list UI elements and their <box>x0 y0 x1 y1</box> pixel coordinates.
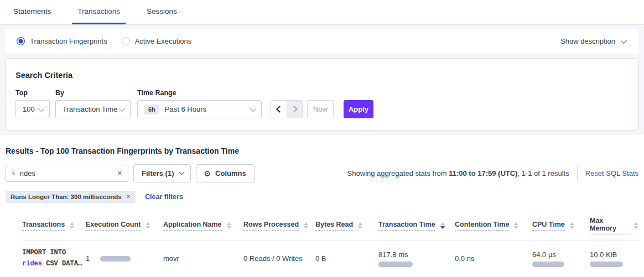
time-shift-buttons <box>271 100 303 118</box>
radio-selected-icon[interactable] <box>17 37 25 45</box>
sort-icon[interactable] <box>634 222 638 229</box>
time-range-label: Time Range <box>137 89 262 97</box>
time-range-group: Time Range 6h Past 6 Hours <box>137 89 262 118</box>
view-toggle-card: Transaction Fingerprints Active Executio… <box>6 29 638 54</box>
radio-label: Active Executions <box>135 37 192 45</box>
stats-text: Showing aggregated stats from 11:00 to 1… <box>347 169 569 177</box>
results-search-box[interactable]: ✕ <box>6 165 128 182</box>
tab-statements[interactable]: Statements <box>8 0 56 24</box>
filter-chip-label: Runs Longer Than: 300 milliseconds <box>11 194 122 200</box>
by-select-value: Transaction Time <box>63 105 117 113</box>
cell-bytes-read: 0 B <box>315 254 378 263</box>
apply-button[interactable]: Apply <box>344 100 373 118</box>
next-time-button[interactable] <box>287 101 302 118</box>
transaction-link[interactable]: rides <box>22 260 42 268</box>
cell-contention-time: 0.0 ns <box>455 254 532 263</box>
top-select[interactable]: 100 <box>15 100 50 118</box>
time-range-value: Past 6 Hours <box>165 105 206 113</box>
sort-icon[interactable] <box>304 222 308 229</box>
radio-active-executions[interactable]: Active Executions <box>122 37 192 45</box>
search-criteria-card: Search Criteria Top 100 By Transaction T… <box>6 58 638 130</box>
reset-sql-stats-link[interactable]: Reset SQL Stats <box>585 169 638 177</box>
results-table: Transactions Execution Count Application… <box>6 212 638 277</box>
radio-unselected-icon[interactable] <box>122 37 130 45</box>
stats-summary: Showing aggregated stats from 11:00 to 1… <box>347 166 638 181</box>
active-filters-row: Runs Longer Than: 300 milliseconds ✕ Cle… <box>6 191 638 203</box>
columns-button-label: Columns <box>215 169 246 177</box>
cell-max-memory: 10.0 KiB <box>590 250 638 267</box>
chevron-down-icon <box>119 105 125 111</box>
gear-icon: ⚙ <box>204 169 211 178</box>
columns-button[interactable]: ⚙ Columns <box>196 164 255 182</box>
clear-search-icon[interactable]: ✕ <box>117 170 122 176</box>
remove-filter-icon[interactable]: ✕ <box>126 194 131 200</box>
show-description-toggle[interactable]: Show description <box>560 37 625 45</box>
sort-icon[interactable] <box>146 222 150 229</box>
search-criteria-controls: Top 100 By Transaction Time Time Range 6… <box>15 89 629 118</box>
cell-application-name: movr <box>163 254 243 263</box>
chevron-down-icon <box>179 169 184 175</box>
results-heading: Results - Top 100 Transaction Fingerprin… <box>6 135 638 155</box>
chevron-down-icon <box>38 105 44 111</box>
top-label: Top <box>15 89 50 97</box>
radio-transaction-fingerprints[interactable]: Transaction Fingerprints <box>17 37 107 45</box>
results-toolbar: ✕ Filters (1) ⚙ Columns Showing aggregat… <box>6 164 638 182</box>
tab-transactions[interactable]: Transactions <box>72 0 126 24</box>
by-group: By Transaction Time <box>55 89 131 118</box>
top-select-value: 100 <box>23 105 35 113</box>
filters-strip: Transaction Fingerprints Active Executio… <box>0 25 644 135</box>
sort-icon[interactable] <box>514 222 518 229</box>
cell-rows-processed: 0 Reads / 0 Writes <box>243 254 315 263</box>
filters-button[interactable]: Filters (1) <box>133 164 191 182</box>
column-header-cpu-time[interactable]: CPU Time <box>532 217 590 234</box>
cell-execution-count: 1 <box>86 254 163 263</box>
sort-icon[interactable] <box>358 222 362 229</box>
sort-icon[interactable] <box>227 222 231 229</box>
cpu-time-bar <box>532 262 564 267</box>
now-button[interactable]: Now <box>307 100 334 118</box>
time-range-select[interactable]: 6h Past 6 Hours <box>137 100 262 118</box>
by-label: By <box>55 89 131 97</box>
view-radio-group: Transaction Fingerprints Active Executio… <box>17 37 206 45</box>
radio-label: Transaction Fingerprints <box>30 37 107 45</box>
cell-cpu-time: 64.0 µs <box>532 250 590 267</box>
cell-transaction-fingerprint[interactable]: IMPORT INTO rides CSV DATA… <box>22 248 86 270</box>
page-tabs: Statements Transactions Sessions <box>0 0 644 25</box>
tab-sessions[interactable]: Sessions <box>141 0 183 24</box>
top-group: Top 100 <box>15 89 50 118</box>
max-memory-bar <box>590 262 623 267</box>
chevron-left-icon <box>276 106 283 113</box>
table-header-row: Transactions Execution Count Application… <box>22 212 638 241</box>
sort-icon-active-desc[interactable] <box>440 222 445 229</box>
transaction-time-bar <box>378 262 413 267</box>
search-icon <box>12 170 15 177</box>
results-section: Results - Top 100 Transaction Fingerprin… <box>0 135 644 277</box>
column-header-bytes-read[interactable]: Bytes Read <box>315 217 378 234</box>
cell-transaction-time: 817.8 ms <box>378 250 455 267</box>
by-select[interactable]: Transaction Time <box>55 100 131 118</box>
column-header-rows-processed[interactable]: Rows Processed <box>243 217 315 234</box>
previous-time-button[interactable] <box>271 101 287 118</box>
search-input[interactable] <box>20 169 117 177</box>
filter-chip[interactable]: Runs Longer Than: 300 milliseconds ✕ <box>6 191 136 203</box>
clear-filters-link[interactable]: Clear filters <box>145 193 183 201</box>
execution-count-bar <box>100 256 131 262</box>
column-header-transactions[interactable]: Transactions <box>22 217 86 234</box>
sort-icon[interactable] <box>70 222 74 229</box>
show-description-label: Show description <box>560 37 615 45</box>
column-header-application-name[interactable]: Application Name <box>163 217 243 234</box>
filters-button-label: Filters (1) <box>142 169 174 177</box>
chevron-down-icon <box>621 37 627 43</box>
chevron-right-icon <box>290 106 298 113</box>
chevron-down-icon <box>250 105 256 111</box>
search-criteria-title: Search Criteria <box>15 71 629 80</box>
sort-icon[interactable] <box>570 222 574 229</box>
vertical-divider <box>577 166 578 181</box>
column-header-execution-count[interactable]: Execution Count <box>86 217 163 234</box>
column-header-contention-time[interactable]: Contention Time <box>455 217 532 234</box>
time-range-badge: 6h <box>144 104 159 114</box>
table-row: IMPORT INTO rides CSV DATA… 1 movr 0 Rea… <box>22 241 638 277</box>
column-header-max-memory[interactable]: Max Memory <box>590 217 638 234</box>
column-header-transaction-time[interactable]: Transaction Time <box>378 217 455 234</box>
